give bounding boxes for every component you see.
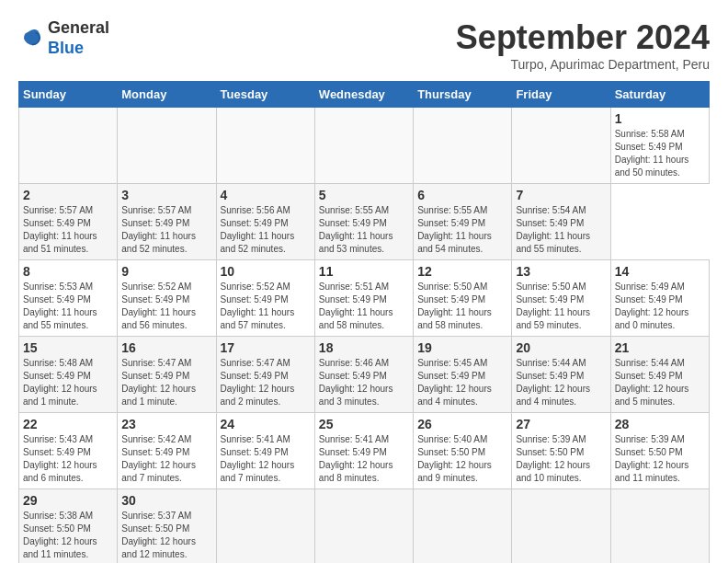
calendar-cell: 23Sunrise: 5:42 AMSunset: 5:49 PMDayligh… — [118, 413, 216, 489]
day-info: Sunrise: 5:56 AMSunset: 5:49 PMDaylight:… — [221, 204, 311, 256]
calendar-cell: 10Sunrise: 5:52 AMSunset: 5:49 PMDayligh… — [216, 260, 314, 337]
calendar-cell: 12Sunrise: 5:50 AMSunset: 5:49 PMDayligh… — [414, 260, 512, 337]
day-info: Sunrise: 5:42 AMSunset: 5:49 PMDaylight:… — [121, 433, 211, 485]
day-number: 26 — [417, 417, 507, 431]
day-number: 11 — [319, 264, 409, 279]
calendar-cell: 21Sunrise: 5:44 AMSunset: 5:49 PMDayligh… — [610, 337, 709, 413]
month-title: September 2024 — [456, 18, 710, 57]
day-number: 29 — [23, 493, 113, 508]
header-sunday: Sunday — [19, 82, 118, 108]
day-info: Sunrise: 5:41 AMSunset: 5:49 PMDaylight:… — [221, 433, 311, 485]
calendar-cell: 30Sunrise: 5:37 AMSunset: 5:50 PMDayligh… — [118, 489, 216, 564]
location: Turpo, Apurimac Department, Peru — [456, 57, 710, 72]
calendar-cell: 18Sunrise: 5:46 AMSunset: 5:49 PMDayligh… — [314, 337, 413, 413]
day-number: 23 — [121, 417, 211, 431]
day-number: 6 — [417, 188, 507, 202]
calendar-cell: 3Sunrise: 5:57 AMSunset: 5:49 PMDaylight… — [118, 184, 216, 260]
day-number: 8 — [23, 264, 113, 279]
day-info: Sunrise: 5:52 AMSunset: 5:49 PMDaylight:… — [121, 281, 211, 332]
header-tuesday: Tuesday — [216, 82, 314, 108]
calendar-cell — [314, 108, 413, 184]
calendar-cell: 8Sunrise: 5:53 AMSunset: 5:49 PMDaylight… — [19, 260, 118, 337]
day-info: Sunrise: 5:43 AMSunset: 5:49 PMDaylight:… — [23, 433, 113, 485]
calendar-cell: 29Sunrise: 5:38 AMSunset: 5:50 PMDayligh… — [19, 489, 118, 564]
day-info: Sunrise: 5:41 AMSunset: 5:49 PMDaylight:… — [319, 433, 409, 485]
day-info: Sunrise: 5:57 AMSunset: 5:49 PMDaylight:… — [23, 204, 113, 256]
day-number: 12 — [417, 264, 507, 279]
day-info: Sunrise: 5:57 AMSunset: 5:49 PMDaylight:… — [121, 204, 211, 256]
day-info: Sunrise: 5:55 AMSunset: 5:49 PMDaylight:… — [319, 204, 409, 256]
calendar-cell — [216, 489, 314, 564]
header-saturday: Saturday — [610, 82, 709, 108]
day-number: 16 — [121, 340, 211, 355]
day-info: Sunrise: 5:55 AMSunset: 5:49 PMDaylight:… — [417, 204, 507, 256]
calendar-cell: 16Sunrise: 5:47 AMSunset: 5:49 PMDayligh… — [118, 337, 216, 413]
page-header: General Blue September 2024 Turpo, Apuri… — [18, 18, 710, 72]
calendar-cell: 17Sunrise: 5:47 AMSunset: 5:49 PMDayligh… — [216, 337, 314, 413]
day-info: Sunrise: 5:39 AMSunset: 5:50 PMDaylight:… — [516, 433, 606, 485]
day-number: 5 — [319, 188, 409, 202]
calendar-cell: 11Sunrise: 5:51 AMSunset: 5:49 PMDayligh… — [314, 260, 413, 337]
calendar-week-4: 15Sunrise: 5:48 AMSunset: 5:49 PMDayligh… — [19, 337, 710, 413]
logo: General Blue — [18, 18, 109, 58]
calendar-cell: 19Sunrise: 5:45 AMSunset: 5:49 PMDayligh… — [414, 337, 512, 413]
calendar-cell: 25Sunrise: 5:41 AMSunset: 5:49 PMDayligh… — [314, 413, 413, 489]
day-number: 2 — [23, 188, 113, 202]
day-number: 22 — [23, 417, 113, 431]
day-number: 1 — [615, 111, 705, 126]
day-number: 19 — [417, 340, 507, 355]
header-monday: Monday — [118, 82, 216, 108]
calendar-cell: 15Sunrise: 5:48 AMSunset: 5:49 PMDayligh… — [19, 337, 118, 413]
day-info: Sunrise: 5:45 AMSunset: 5:49 PMDaylight:… — [417, 357, 507, 408]
logo-icon — [18, 26, 44, 52]
calendar-cell: 14Sunrise: 5:49 AMSunset: 5:49 PMDayligh… — [610, 260, 709, 337]
day-info: Sunrise: 5:47 AMSunset: 5:49 PMDaylight:… — [221, 357, 311, 408]
calendar-header: Sunday Monday Tuesday Wednesday Thursday… — [19, 82, 710, 108]
day-info: Sunrise: 5:46 AMSunset: 5:49 PMDaylight:… — [319, 357, 409, 408]
day-number: 21 — [615, 340, 705, 355]
day-info: Sunrise: 5:38 AMSunset: 5:50 PMDaylight:… — [23, 510, 113, 561]
day-info: Sunrise: 5:52 AMSunset: 5:49 PMDaylight:… — [221, 281, 311, 332]
day-info: Sunrise: 5:53 AMSunset: 5:49 PMDaylight:… — [23, 281, 113, 332]
logo-text: General Blue — [48, 18, 109, 58]
calendar-cell: 20Sunrise: 5:44 AMSunset: 5:49 PMDayligh… — [512, 337, 610, 413]
day-number: 27 — [516, 417, 606, 431]
calendar-cell: 6Sunrise: 5:55 AMSunset: 5:49 PMDaylight… — [414, 184, 512, 260]
calendar-cell: 7Sunrise: 5:54 AMSunset: 5:49 PMDaylight… — [512, 184, 610, 260]
day-number: 14 — [615, 264, 705, 279]
calendar-cell: 9Sunrise: 5:52 AMSunset: 5:49 PMDaylight… — [118, 260, 216, 337]
calendar-cell: 22Sunrise: 5:43 AMSunset: 5:49 PMDayligh… — [19, 413, 118, 489]
day-info: Sunrise: 5:44 AMSunset: 5:49 PMDaylight:… — [615, 357, 705, 408]
calendar-cell: 2Sunrise: 5:57 AMSunset: 5:49 PMDaylight… — [19, 184, 118, 260]
day-info: Sunrise: 5:58 AMSunset: 5:49 PMDaylight:… — [615, 128, 705, 179]
calendar-cell — [19, 108, 118, 184]
calendar-week-5: 22Sunrise: 5:43 AMSunset: 5:49 PMDayligh… — [19, 413, 710, 489]
day-info: Sunrise: 5:50 AMSunset: 5:49 PMDaylight:… — [516, 281, 606, 332]
calendar-cell: 24Sunrise: 5:41 AMSunset: 5:49 PMDayligh… — [216, 413, 314, 489]
calendar-cell — [314, 489, 413, 564]
header-thursday: Thursday — [414, 82, 512, 108]
day-number: 13 — [516, 264, 606, 279]
calendar-week-3: 8Sunrise: 5:53 AMSunset: 5:49 PMDaylight… — [19, 260, 710, 337]
day-info: Sunrise: 5:50 AMSunset: 5:49 PMDaylight:… — [417, 281, 507, 332]
calendar-cell: 5Sunrise: 5:55 AMSunset: 5:49 PMDaylight… — [314, 184, 413, 260]
day-info: Sunrise: 5:44 AMSunset: 5:49 PMDaylight:… — [516, 357, 606, 408]
header-wednesday: Wednesday — [314, 82, 413, 108]
calendar-week-1: 1Sunrise: 5:58 AMSunset: 5:49 PMDaylight… — [19, 108, 710, 184]
day-number: 9 — [121, 264, 211, 279]
day-number: 24 — [221, 417, 311, 431]
day-info: Sunrise: 5:49 AMSunset: 5:49 PMDaylight:… — [615, 281, 705, 332]
calendar-cell: 26Sunrise: 5:40 AMSunset: 5:50 PMDayligh… — [414, 413, 512, 489]
calendar-body: 1Sunrise: 5:58 AMSunset: 5:49 PMDaylight… — [19, 108, 710, 564]
day-number: 15 — [23, 340, 113, 355]
calendar-cell: 27Sunrise: 5:39 AMSunset: 5:50 PMDayligh… — [512, 413, 610, 489]
day-info: Sunrise: 5:39 AMSunset: 5:50 PMDaylight:… — [615, 433, 705, 485]
day-info: Sunrise: 5:40 AMSunset: 5:50 PMDaylight:… — [417, 433, 507, 485]
day-number: 30 — [121, 493, 211, 508]
day-info: Sunrise: 5:37 AMSunset: 5:50 PMDaylight:… — [121, 510, 211, 561]
day-number: 7 — [516, 188, 606, 202]
day-info: Sunrise: 5:51 AMSunset: 5:49 PMDaylight:… — [319, 281, 409, 332]
calendar-week-2: 2Sunrise: 5:57 AMSunset: 5:49 PMDaylight… — [19, 184, 710, 260]
calendar-cell — [414, 489, 512, 564]
day-number: 4 — [221, 188, 311, 202]
